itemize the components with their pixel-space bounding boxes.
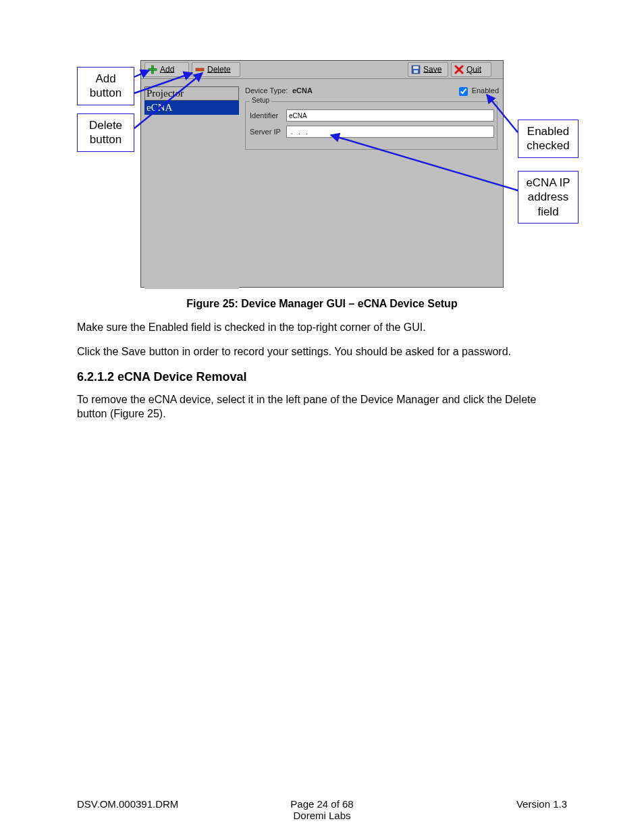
enabled-label: Enabled (472, 86, 499, 95)
svg-rect-5 (414, 70, 418, 73)
svg-rect-2 (196, 68, 204, 71)
svg-rect-1 (149, 69, 157, 71)
add-button[interactable]: Add (144, 62, 189, 77)
server-ip-label: Server IP (250, 128, 281, 136)
floppy-icon (411, 65, 421, 74)
paragraph: Make sure the Enabled field is checked i… (77, 321, 567, 334)
device-list[interactable]: Projector eCNA (144, 86, 239, 289)
add-button-label: Add (160, 65, 174, 74)
window-body: Projector eCNA Device Type: eCNA Enabled… (141, 78, 503, 287)
section-heading: 6.2.1.2 eCNA Device Removal (77, 370, 246, 384)
identifier-label: Identifier (250, 111, 278, 120)
server-ip-input[interactable] (286, 126, 494, 138)
device-type-value: eCNA (292, 86, 313, 95)
footer-page: Page 24 of 68 (290, 798, 353, 810)
plus-icon (148, 65, 157, 74)
paragraph: Click the Save button in order to record… (77, 346, 567, 358)
delete-button[interactable]: Delete (192, 62, 240, 77)
device-manager-window: Add Delete Save Quit (140, 60, 504, 288)
list-item[interactable]: Projector (144, 86, 239, 101)
delete-button-label: Delete (207, 65, 231, 74)
minus-icon (195, 65, 205, 74)
save-button-label: Save (423, 65, 441, 74)
list-item[interactable]: eCNA (144, 101, 239, 115)
footer-company: Doremi Labs (293, 810, 350, 821)
toolbar: Add Delete Save Quit (141, 61, 503, 79)
enabled-checkbox[interactable] (459, 87, 468, 96)
identifier-input[interactable] (286, 109, 494, 122)
footer-right: Version 1.3 (516, 798, 567, 810)
callout-ip: eCNA IP address field (518, 171, 579, 224)
identifier-row: Identifier (250, 109, 493, 122)
callout-add: Add button (77, 67, 134, 105)
detail-pane: Device Type: eCNA Enabled Setup Identifi… (244, 84, 500, 284)
figure-caption: Figure 25: Device Manager GUI – eCNA Dev… (0, 298, 644, 310)
close-x-icon (454, 65, 464, 74)
device-type-label: Device Type: (245, 86, 288, 95)
callout-delete: Delete button (77, 113, 134, 152)
enabled-checkbox-wrap[interactable]: Enabled (456, 85, 499, 98)
quit-button-label: Quit (466, 65, 481, 74)
quit-button[interactable]: Quit (451, 62, 491, 77)
save-button[interactable]: Save (408, 62, 448, 77)
callout-enabled: Enabled checked (518, 120, 579, 158)
svg-rect-4 (413, 66, 419, 69)
footer-center: Page 24 of 68 Doremi Labs (77, 798, 567, 821)
setup-groupbox: Setup Identifier Server IP (245, 101, 498, 150)
paragraph: To remove the eCNA device, select it in … (77, 393, 567, 421)
setup-legend: Setup (250, 97, 271, 104)
server-ip-row: Server IP (250, 125, 493, 138)
